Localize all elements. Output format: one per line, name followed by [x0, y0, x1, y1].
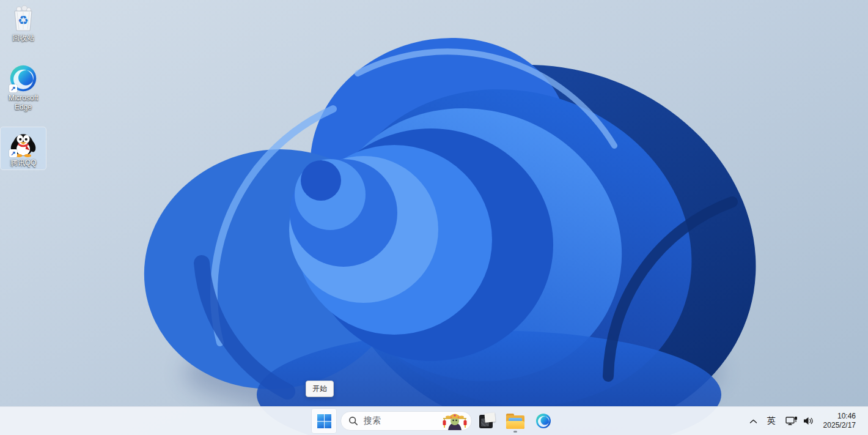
chevron-up-icon [749, 419, 757, 423]
taskbar-app-dark-app[interactable] [474, 409, 500, 433]
desktop-icon-recycle-bin[interactable]: ♻ 回收站 [1, 2, 46, 45]
wallpaper-bloom [0, 0, 868, 435]
file-explorer-icon [506, 414, 524, 429]
windows-logo-icon [317, 414, 331, 428]
start-button[interactable] [312, 409, 336, 433]
tray-network-volume-button[interactable] [781, 409, 818, 433]
desktop-icon-tencent-qq[interactable]: ↗ 腾讯QQ [1, 127, 46, 169]
search-placeholder: 搜索 [364, 415, 441, 426]
desktop-icon-label: 回收站 [12, 34, 34, 43]
qq-festive-penguin-icon [441, 409, 469, 431]
tray-chevron-button[interactable] [745, 409, 762, 433]
clock-date: 2025/2/17 [823, 421, 856, 430]
dark-app-icon [479, 413, 495, 429]
ime-indicator[interactable]: 英 [763, 409, 780, 433]
taskbar-app-file-explorer[interactable] [502, 409, 528, 433]
desktop-icon-label: 腾讯QQ [10, 158, 37, 168]
tray-clock-button[interactable]: 10:46 2025/2/17 [819, 409, 860, 433]
taskbar: 搜索 [0, 406, 868, 435]
shortcut-arrow-icon: ↗ [9, 149, 17, 157]
edge-icon [535, 413, 551, 429]
start-button-tooltip: 开始 [306, 381, 334, 397]
clock-time: 10:46 [823, 412, 856, 421]
taskbar-center-group: 搜索 [312, 407, 556, 435]
system-tray: 英 10:46 2025/2/17 [745, 407, 868, 435]
desktop[interactable]: ♻ 回收站 ↗ Microsof [0, 0, 868, 435]
search-box[interactable]: 搜索 [340, 411, 472, 431]
recycle-bin-icon: ♻ [9, 4, 37, 32]
taskbar-app-microsoft-edge[interactable] [531, 409, 556, 433]
desktop-icon-label: Microsoft Edge [2, 94, 45, 112]
svg-text:♻: ♻ [18, 13, 29, 28]
desktop-icon-microsoft-edge[interactable]: ↗ Microsoft Edge [1, 62, 46, 114]
speaker-icon [803, 417, 814, 425]
network-ethernet-icon [785, 416, 798, 426]
running-indicator [513, 431, 517, 433]
search-icon [348, 416, 358, 426]
shortcut-arrow-icon: ↗ [9, 84, 17, 92]
